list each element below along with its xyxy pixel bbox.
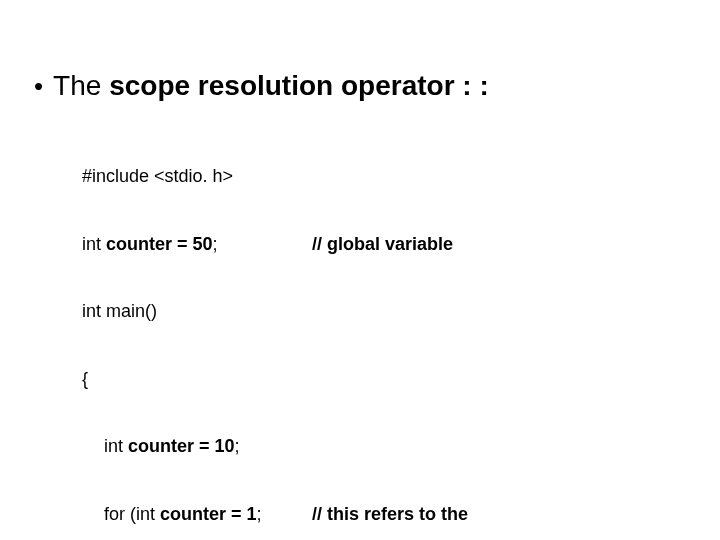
comment-blank [312, 165, 612, 188]
code-bold: counter = 10 [128, 436, 235, 456]
content-columns: #include <stdio. h> int counter = 50; in… [82, 120, 690, 540]
code-text: ; [213, 234, 218, 254]
code-local-counter: int counter = 10; [82, 435, 312, 458]
code-include: #include <stdio. h> [82, 165, 312, 188]
comment-column: // global variable // this refers to the… [312, 120, 612, 540]
code-main-decl: int main() [82, 300, 312, 323]
bullet-dot-icon: • [34, 73, 43, 99]
code-text: { [82, 369, 88, 389]
comment-global-var: // global variable [312, 233, 612, 256]
bullet-title: scope resolution operator [109, 70, 462, 101]
comment-blank [312, 300, 612, 323]
comment-refers-to: // this refers to the [312, 503, 612, 526]
code-column: #include <stdio. h> int counter = 50; in… [82, 120, 312, 540]
code-text: int main() [82, 301, 157, 321]
code-text: int [104, 436, 128, 456]
code-brace-open: { [82, 368, 312, 391]
code-global-counter: int counter = 50; [82, 233, 312, 256]
bullet-heading: • The scope resolution operator : : [30, 70, 690, 102]
bullet-the: The [53, 70, 109, 101]
bullet-operator: : : [462, 70, 488, 101]
comment-blank [312, 435, 612, 458]
code-for-init: for (int counter = 1; [82, 503, 312, 526]
code-text: #include <stdio. h> [82, 166, 233, 186]
code-text: for (int [104, 504, 160, 524]
comment-blank [312, 368, 612, 391]
bullet-text: The scope resolution operator : : [53, 70, 489, 102]
code-text: int [82, 234, 106, 254]
code-text: ; [235, 436, 240, 456]
code-bold: counter = 50 [106, 234, 213, 254]
code-text: ; [257, 504, 262, 524]
code-bold: counter = 1 [160, 504, 257, 524]
slide: • The scope resolution operator : : #inc… [0, 0, 720, 540]
